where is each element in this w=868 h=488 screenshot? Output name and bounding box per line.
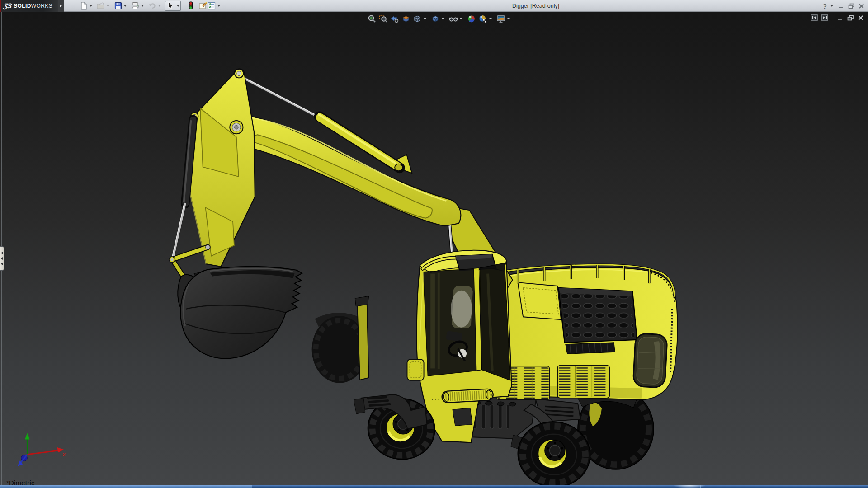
view-orientation-dropdown[interactable] <box>423 14 427 23</box>
taskbar-active-button[interactable] <box>0 485 252 488</box>
3d-model-digger[interactable]: x <box>0 12 868 485</box>
zoom-to-area-icon <box>379 14 387 23</box>
minimize-icon <box>839 3 844 9</box>
windows-taskbar[interactable] <box>0 485 868 488</box>
doc-close-button[interactable] <box>857 14 864 21</box>
options-button[interactable] <box>207 1 216 10</box>
zoom-to-fit-button[interactable] <box>366 14 377 23</box>
taskbar-glow <box>674 485 705 488</box>
solidworks-logo-text: SOLIDWORKS <box>14 3 52 9</box>
restore-button[interactable] <box>847 2 855 10</box>
left-pane-icon <box>811 14 818 21</box>
triad-x-label: x <box>62 451 66 458</box>
display-style-icon <box>431 14 439 23</box>
options-icon <box>208 2 216 10</box>
view-settings-dropdown[interactable] <box>506 14 510 23</box>
help-button[interactable]: ? <box>822 2 827 10</box>
select-button[interactable] <box>165 1 176 11</box>
select-cursor-icon <box>167 2 174 9</box>
view-orientation-button[interactable] <box>411 14 423 23</box>
solidworks-window: ƷS SOLIDWORKS <box>0 0 868 488</box>
brand-bold: SOLID <box>14 3 31 9</box>
solidworks-logo-mark: ƷS <box>3 2 12 9</box>
model-arm-cylinder[interactable] <box>172 119 193 258</box>
view-settings-icon <box>496 14 505 23</box>
open-button[interactable] <box>96 1 105 10</box>
restore-icon <box>848 3 854 9</box>
print-dropdown[interactable] <box>140 1 145 10</box>
model-rear-window[interactable] <box>633 333 667 388</box>
doc-close-icon <box>858 15 864 21</box>
save-button[interactable] <box>113 1 123 10</box>
undo-dropdown[interactable] <box>157 1 162 10</box>
model-bucket[interactable] <box>180 267 302 359</box>
close-icon <box>859 3 864 9</box>
main-toolbar <box>79 0 224 12</box>
edit-appearance-button[interactable] <box>466 14 477 23</box>
new-dropdown[interactable] <box>88 1 94 10</box>
hide-show-items-button[interactable] <box>448 14 459 23</box>
collapse-arrow-icon <box>1 252 3 254</box>
previous-view-icon <box>390 14 399 23</box>
taskbar-separator <box>533 485 533 488</box>
previous-view-button[interactable] <box>389 14 400 23</box>
view-orientation-icon <box>413 14 421 23</box>
right-pane-icon <box>821 14 828 21</box>
document-window-controls <box>811 14 864 21</box>
zoom-to-area-button[interactable] <box>377 14 389 23</box>
comment-icon <box>198 2 207 9</box>
hide-show-items-dropdown[interactable] <box>459 14 463 23</box>
stoplight-button[interactable] <box>186 1 195 10</box>
select-dropdown[interactable] <box>175 1 181 11</box>
undo-icon <box>148 2 156 9</box>
stoplight-icon <box>188 1 194 10</box>
taskbar-separator <box>410 485 410 488</box>
print-button[interactable] <box>131 1 140 10</box>
section-view-icon <box>401 14 410 23</box>
show-left-pane-button[interactable] <box>811 14 818 21</box>
apply-scene-button[interactable] <box>477 14 488 23</box>
section-view-button[interactable] <box>400 14 411 23</box>
open-dropdown[interactable] <box>105 1 111 10</box>
collapse-arrow-icon <box>1 263 3 265</box>
close-button[interactable] <box>857 2 865 10</box>
save-icon <box>114 2 122 9</box>
doc-minimize-button[interactable] <box>836 14 844 21</box>
doc-minimize-icon <box>837 15 843 20</box>
options-dropdown[interactable] <box>216 1 222 10</box>
show-right-pane-button[interactable] <box>821 14 828 21</box>
zoom-to-fit-icon <box>368 14 376 23</box>
open-icon <box>97 2 105 9</box>
featuremanager-splitter-tab[interactable] <box>0 246 4 271</box>
new-document-icon <box>80 2 88 10</box>
headsup-view-toolbar <box>366 14 510 23</box>
titlebar: ƷS SOLIDWORKS <box>0 0 868 12</box>
display-style-dropdown[interactable] <box>441 14 445 23</box>
apply-scene-dropdown[interactable] <box>488 14 492 23</box>
hide-show-items-icon <box>449 14 458 23</box>
collapse-arrow-icon <box>1 257 3 260</box>
doc-restore-icon <box>847 15 854 21</box>
undo-button[interactable] <box>148 1 157 10</box>
model-arm[interactable] <box>189 69 255 267</box>
graphics-area[interactable]: x <box>0 12 868 485</box>
comment-button[interactable] <box>198 1 207 10</box>
doc-restore-button[interactable] <box>847 14 854 21</box>
toolbar-flyout-button[interactable] <box>58 0 64 12</box>
flyout-arrow-icon <box>60 4 62 8</box>
solidworks-logo: ƷS SOLIDWORKS <box>0 0 58 12</box>
window-title: Digger [Read-only] <box>512 3 559 9</box>
display-style-button[interactable] <box>429 14 441 23</box>
minimize-button[interactable] <box>837 2 845 10</box>
help-dropdown[interactable] <box>829 1 835 10</box>
apply-scene-icon <box>478 14 487 23</box>
print-icon <box>131 2 139 9</box>
view-settings-button[interactable] <box>495 14 506 23</box>
new-document-button[interactable] <box>79 1 88 10</box>
save-dropdown[interactable] <box>123 1 128 10</box>
orientation-triad: x <box>18 433 66 466</box>
edit-appearance-icon <box>467 14 476 23</box>
window-controls: ? <box>822 0 865 12</box>
brand-light: WORKS <box>31 3 52 9</box>
model-step-grille[interactable] <box>442 389 493 403</box>
